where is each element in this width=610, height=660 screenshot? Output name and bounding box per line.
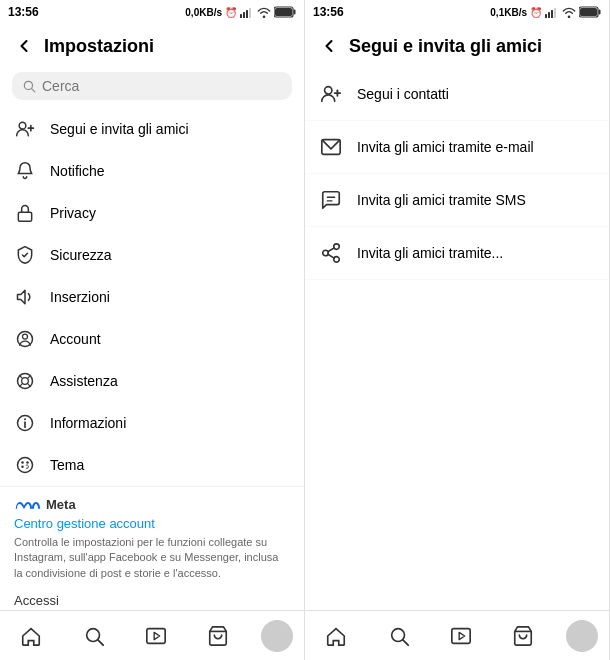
svg-line-52 <box>403 640 408 645</box>
right-item-invite-email[interactable]: Invita gli amici tramite e-mail <box>305 121 609 174</box>
profile-nav-circle[interactable] <box>261 620 293 652</box>
svg-line-8 <box>32 89 35 92</box>
right-wifi-icon <box>562 6 576 18</box>
right-item-invite-other[interactable]: Invita gli amici tramite... <box>305 227 609 280</box>
alarm-icon: ⏰ <box>225 7 237 18</box>
left-status-icons: 0,0KB/s ⏰ <box>185 6 296 18</box>
svg-line-50 <box>328 254 334 258</box>
share-icon <box>319 241 343 265</box>
right-label-invite-other: Invita gli amici tramite... <box>357 245 503 261</box>
menu-item-follow[interactable]: Segui e invita gli amici <box>0 108 304 150</box>
svg-rect-30 <box>147 628 165 643</box>
svg-rect-53 <box>452 628 470 643</box>
left-status-bar: 13:56 0,0KB/s ⏰ <box>0 0 304 24</box>
search-icon <box>22 79 36 93</box>
svg-point-40 <box>325 87 332 94</box>
right-status-icons: 0,1KB/s ⏰ <box>490 6 601 18</box>
menu-item-account[interactable]: Account <box>0 318 304 360</box>
right-item-invite-sms[interactable]: Invita gli amici tramite SMS <box>305 174 609 227</box>
svg-rect-36 <box>554 8 556 18</box>
person-circle-icon <box>14 328 36 350</box>
svg-marker-31 <box>154 632 160 639</box>
svg-rect-3 <box>249 8 251 18</box>
shield-icon <box>14 244 36 266</box>
person-add-icon <box>14 118 36 140</box>
signal-icon <box>240 6 254 18</box>
svg-rect-39 <box>599 10 601 15</box>
search-bar[interactable] <box>12 72 292 100</box>
palette-icon <box>14 454 36 476</box>
menu-item-ads[interactable]: Inserzioni <box>0 276 304 318</box>
svg-point-16 <box>22 378 29 385</box>
menu-item-info[interactable]: Informazioni <box>0 402 304 444</box>
menu-label-account: Account <box>50 331 101 347</box>
reels-nav-icon[interactable] <box>136 616 176 656</box>
lifering-icon <box>14 370 36 392</box>
left-back-button[interactable] <box>8 30 40 62</box>
svg-marker-54 <box>459 632 465 639</box>
svg-rect-34 <box>548 12 550 18</box>
menu-label-info: Informazioni <box>50 415 126 431</box>
meta-description: Controlla le impostazioni per le funzion… <box>14 535 290 581</box>
left-header-title: Impostazioni <box>44 36 154 57</box>
right-person-add-icon <box>319 82 343 106</box>
svg-rect-2 <box>246 10 248 18</box>
battery-icon <box>274 6 296 18</box>
right-reels-nav-icon[interactable] <box>441 616 481 656</box>
svg-point-26 <box>26 461 29 464</box>
svg-rect-0 <box>240 14 242 18</box>
right-profile-nav-circle[interactable] <box>566 620 598 652</box>
left-panel: 13:56 0,0KB/s ⏰ Impostazioni <box>0 0 305 660</box>
menu-label-notifications: Notifiche <box>50 163 104 179</box>
right-label-invite-email: Invita gli amici tramite e-mail <box>357 139 534 155</box>
right-items-list: Segui i contatti Invita gli amici tramit… <box>305 68 609 610</box>
meta-logo-text: Meta <box>46 497 76 512</box>
meta-logo: Meta <box>14 497 290 512</box>
chat-bubble-icon <box>319 188 343 212</box>
menu-label-follow: Segui e invita gli amici <box>50 121 189 137</box>
menu-label-support: Assistenza <box>50 373 118 389</box>
meta-section: Meta Centro gestione account Controlla l… <box>0 486 304 610</box>
right-data-speed: 0,1KB/s <box>490 7 527 18</box>
svg-rect-5 <box>275 8 292 16</box>
svg-line-49 <box>328 248 334 252</box>
svg-point-27 <box>21 465 24 468</box>
wifi-icon <box>257 6 271 18</box>
menu-item-theme[interactable]: Tema <box>0 444 304 486</box>
shop-nav-icon[interactable] <box>198 616 238 656</box>
right-status-bar: 13:56 0,1KB/s ⏰ <box>305 0 609 24</box>
right-label-follow-contacts: Segui i contatti <box>357 86 449 102</box>
svg-rect-35 <box>551 10 553 18</box>
svg-rect-6 <box>294 10 296 15</box>
left-header: Impostazioni <box>0 24 304 68</box>
left-time: 13:56 <box>8 5 39 19</box>
right-alarm-icon: ⏰ <box>530 7 542 18</box>
home-nav-icon[interactable] <box>11 616 51 656</box>
right-search-nav-icon[interactable] <box>379 616 419 656</box>
right-back-button[interactable] <box>313 30 345 62</box>
right-time: 13:56 <box>313 5 344 19</box>
svg-line-29 <box>98 640 103 645</box>
search-nav-icon[interactable] <box>74 616 114 656</box>
svg-point-9 <box>19 122 26 129</box>
envelope-icon <box>319 135 343 159</box>
right-home-nav-icon[interactable] <box>316 616 356 656</box>
svg-rect-1 <box>243 12 245 18</box>
left-bottom-nav <box>0 610 304 660</box>
left-menu-list: Segui e invita gli amici Notifiche Priva… <box>0 108 304 610</box>
right-item-follow-contacts[interactable]: Segui i contatti <box>305 68 609 121</box>
right-signal-icon <box>545 6 559 18</box>
bell-icon <box>14 160 36 182</box>
right-label-invite-sms: Invita gli amici tramite SMS <box>357 192 526 208</box>
right-header-title: Segui e invita gli amici <box>349 36 542 57</box>
meta-link[interactable]: Centro gestione account <box>14 516 290 531</box>
right-battery-icon <box>579 6 601 18</box>
search-input[interactable] <box>42 78 282 94</box>
menu-item-notifications[interactable]: Notifiche <box>0 150 304 192</box>
svg-rect-12 <box>18 212 31 221</box>
right-shop-nav-icon[interactable] <box>503 616 543 656</box>
menu-label-theme: Tema <box>50 457 84 473</box>
menu-item-privacy[interactable]: Privacy <box>0 192 304 234</box>
menu-item-support[interactable]: Assistenza <box>0 360 304 402</box>
menu-item-security[interactable]: Sicurezza <box>0 234 304 276</box>
